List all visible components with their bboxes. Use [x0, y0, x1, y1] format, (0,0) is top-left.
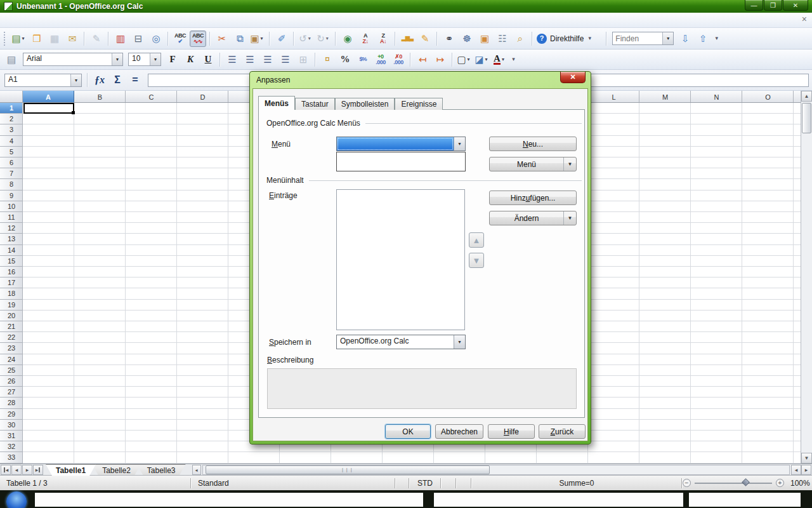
row-header-25[interactable]: 25	[0, 365, 23, 375]
find-dropdown-button[interactable]: ▾	[662, 32, 673, 44]
row-header-11[interactable]: 11	[0, 212, 23, 222]
column-header-m[interactable]: M	[639, 91, 691, 103]
row-header-10[interactable]: 10	[0, 201, 23, 211]
restore-button[interactable]: ❐	[764, 0, 782, 11]
row-header-17[interactable]: 17	[0, 277, 23, 288]
dropdown-arrow[interactable]: ▾	[261, 36, 265, 41]
row-header-2[interactable]: 2	[0, 114, 23, 124]
borders-icon[interactable]: ▢▾	[456, 51, 473, 68]
find-toolbar-overflow[interactable]: ▾	[712, 30, 721, 47]
paste-icon[interactable]: ▣▾	[249, 30, 266, 47]
toolbar-handle[interactable]	[4, 32, 6, 46]
dropdown-arrow[interactable]: ▾	[326, 36, 331, 41]
row-header-28[interactable]: 28	[0, 398, 23, 408]
align-center-icon[interactable]: ☰	[242, 51, 258, 68]
print-icon[interactable]: ⊟	[130, 30, 147, 47]
column-header-n[interactable]: N	[691, 91, 742, 103]
search-down-icon[interactable]: ⇩	[677, 30, 693, 47]
page-preview-icon[interactable]: ◎	[148, 30, 164, 47]
help-button[interactable]: Hilfe	[488, 424, 535, 439]
chevron-down-icon[interactable]: ▾	[454, 137, 465, 150]
column-header-c[interactable]: C	[126, 91, 177, 103]
delete-decimal-icon[interactable]: ✗0.000	[390, 51, 407, 68]
styles-icon[interactable]: ▤	[3, 51, 20, 68]
horizontal-scrollbar-thumb[interactable]: ❘❘❘	[206, 465, 490, 474]
sum-icon[interactable]: Σ	[108, 72, 126, 88]
reset-button[interactable]: Zurück	[539, 424, 586, 439]
email-icon[interactable]: ✉	[64, 30, 81, 47]
hyperlink-icon[interactable]: ◉	[339, 30, 356, 47]
export-pdf-icon[interactable]: ▥	[112, 30, 129, 47]
copy-icon[interactable]: ⧉	[232, 30, 248, 47]
currency-format-icon[interactable]: ¤	[319, 51, 336, 68]
move-down-button[interactable]: ▼	[469, 253, 484, 268]
chevron-down-icon[interactable]: ▾	[150, 53, 160, 65]
draw-functions-icon[interactable]: ✎	[417, 30, 433, 47]
scroll-left-icon[interactable]: ◂	[791, 465, 801, 475]
minimize-button[interactable]: —	[745, 0, 763, 11]
formatting-toolbar-overflow[interactable]: ▾	[509, 51, 518, 68]
sheet-tab-tabelle3[interactable]: Tabelle3	[137, 464, 186, 476]
align-justified-icon[interactable]: ☰	[277, 51, 294, 68]
function-wizard-icon[interactable]: ƒx	[91, 72, 108, 88]
zoom-level[interactable]: 100%	[784, 479, 812, 488]
row-header-1[interactable]: 1	[0, 103, 23, 113]
row-header-26[interactable]: 26	[0, 376, 23, 386]
ok-button[interactable]: OK	[385, 424, 431, 439]
save-in-combo[interactable]: OpenOffice.org Calc ▾	[336, 335, 466, 349]
increase-indent-icon[interactable]: ↦	[432, 51, 449, 68]
row-header-14[interactable]: 14	[0, 245, 23, 255]
row-header-7[interactable]: 7	[0, 168, 23, 178]
start-orb-icon[interactable]	[6, 491, 27, 508]
row-header-27[interactable]: 27	[0, 387, 23, 397]
chevron-down-icon[interactable]: ▼	[563, 157, 576, 171]
row-header-24[interactable]: 24	[0, 354, 23, 364]
row-header-8[interactable]: 8	[0, 179, 23, 189]
row-header-30[interactable]: 30	[0, 420, 23, 430]
row-header-29[interactable]: 29	[0, 409, 23, 419]
background-color-icon[interactable]: ◪▾	[474, 51, 490, 68]
menu-combo[interactable]: ▾	[336, 137, 466, 151]
column-header-a[interactable]: A	[23, 91, 74, 103]
menu-combo-open-list[interactable]	[336, 152, 466, 171]
row-header-18[interactable]: 18	[0, 288, 23, 298]
tab-next-button[interactable]: ▸	[22, 465, 32, 475]
move-up-button[interactable]: ▲	[469, 232, 484, 248]
font-size-combo[interactable]: 10 ▾	[128, 53, 161, 66]
menu-actions-button[interactable]: Menü ▼	[489, 157, 577, 171]
dialog-close-button[interactable]: ✕	[560, 72, 586, 83]
find-input[interactable]	[613, 32, 662, 44]
column-header-d[interactable]: D	[177, 91, 228, 103]
column-header-b[interactable]: B	[74, 91, 126, 103]
row-header-32[interactable]: 32	[0, 441, 23, 451]
entries-listbox[interactable]	[336, 189, 465, 330]
tab-last-button[interactable]: ▸	[33, 465, 43, 475]
clone-formatting-icon[interactable]: ✐	[273, 30, 290, 47]
align-left-icon[interactable]: ☰	[224, 51, 240, 68]
sort-ascending-icon[interactable]: AZ↓	[357, 30, 374, 47]
row-header-6[interactable]: 6	[0, 157, 23, 168]
tab-menus[interactable]: Menüs	[258, 96, 295, 110]
new-document-icon[interactable]: ▤▾	[11, 30, 27, 47]
row-header-12[interactable]: 12	[0, 223, 23, 233]
dropdown-arrow[interactable]: ▾	[502, 57, 506, 62]
tab-ereignisse[interactable]: Ereignisse	[395, 98, 443, 110]
row-header-19[interactable]: 19	[0, 300, 23, 310]
underline-icon[interactable]: U	[200, 51, 216, 68]
cut-icon[interactable]: ✂	[214, 30, 230, 47]
direct-help-button[interactable]: ?Direkthilfe	[536, 30, 584, 47]
row-header-4[interactable]: 4	[0, 136, 23, 146]
window-close-button[interactable]: ✕	[783, 0, 808, 11]
tab-first-button[interactable]: ◂	[1, 465, 11, 475]
active-cell[interactable]	[23, 103, 74, 114]
search-up-icon[interactable]: ⇧	[695, 30, 711, 47]
add-decimal-icon[interactable]: +0.000	[372, 51, 389, 68]
taskbar-item[interactable]	[434, 493, 683, 507]
cancel-button[interactable]: Abbrechen	[435, 424, 483, 439]
zoom-slider-thumb[interactable]	[742, 478, 750, 486]
row-header-31[interactable]: 31	[0, 431, 23, 441]
gallery-icon[interactable]: ▣	[476, 30, 493, 47]
zoom-slider[interactable]	[695, 483, 772, 484]
bold-icon[interactable]: F	[164, 51, 181, 68]
row-header-5[interactable]: 5	[0, 147, 23, 157]
